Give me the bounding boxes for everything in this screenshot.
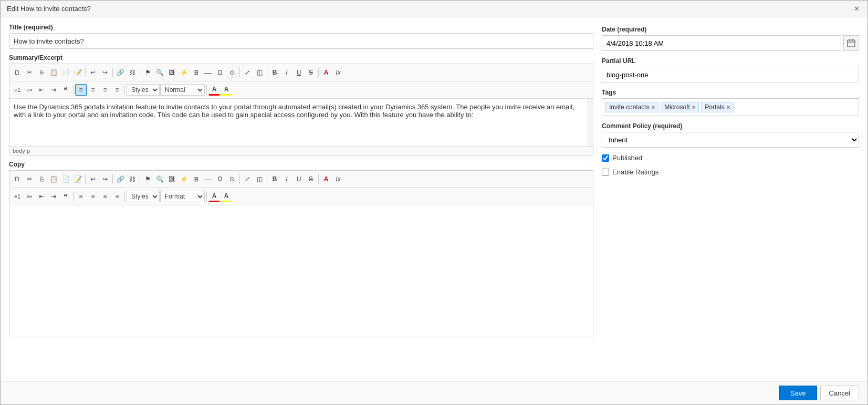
partial-url-input[interactable] bbox=[602, 67, 859, 82]
summary-link-btn[interactable]: 🔗 bbox=[114, 67, 126, 78]
copy-image-btn[interactable]: 🖼 bbox=[166, 173, 177, 185]
copy-paste-plain-btn[interactable]: 📄 bbox=[60, 173, 71, 185]
comment-policy-select[interactable]: Inherit Open Moderated Closed bbox=[602, 132, 859, 148]
summary-text-color-btn[interactable]: A bbox=[320, 67, 332, 78]
summary-new-doc-btn[interactable]: 🗋 bbox=[12, 67, 23, 78]
tag-invite-contacts[interactable]: Invite contacts × bbox=[605, 102, 658, 112]
copy-remove-format-btn[interactable]: Ix bbox=[332, 173, 344, 185]
copy-link-btn[interactable]: 🔗 bbox=[114, 173, 126, 185]
copy-bold-btn[interactable]: B bbox=[269, 173, 280, 185]
copy-highlight-btn[interactable]: A bbox=[221, 191, 232, 202]
copy-decrease-indent-btn[interactable]: ⇤ bbox=[36, 191, 47, 202]
title-input[interactable] bbox=[9, 33, 593, 49]
tag-portals[interactable]: Portals × bbox=[701, 102, 734, 112]
copy-text-color-btn[interactable]: A bbox=[320, 173, 332, 185]
summary-redo-btn[interactable]: ↪ bbox=[99, 67, 111, 78]
copy-content[interactable] bbox=[9, 205, 593, 337]
date-input[interactable] bbox=[602, 35, 841, 51]
summary-find-btn[interactable]: 🔍 bbox=[154, 67, 165, 78]
close-button[interactable]: × bbox=[852, 5, 861, 13]
copy-font-color-btn[interactable]: A bbox=[208, 191, 220, 202]
summary-align-left-btn[interactable]: ≡ bbox=[75, 84, 87, 96]
summary-underline-btn[interactable]: U bbox=[293, 67, 305, 78]
summary-align-right-btn[interactable]: ≡ bbox=[99, 84, 111, 96]
summary-ordered-list-btn[interactable]: ≡1 bbox=[12, 84, 23, 96]
copy-unlink-btn[interactable]: ⛓ bbox=[127, 173, 138, 185]
summary-maximize-btn[interactable]: ⤢ bbox=[242, 67, 253, 78]
copy-strike-btn[interactable]: S bbox=[305, 173, 317, 185]
summary-bold-btn[interactable]: B bbox=[269, 67, 280, 78]
summary-source-btn[interactable]: ◫ bbox=[254, 67, 265, 78]
summary-hrule-btn[interactable]: — bbox=[202, 67, 214, 78]
tags-container[interactable]: Invite contacts × Microsoft × Portals × bbox=[602, 98, 859, 116]
copy-increase-indent-btn[interactable]: ⇥ bbox=[48, 191, 59, 202]
copy-align-center-btn[interactable]: ≡ bbox=[87, 191, 99, 202]
copy-redo-btn[interactable]: ↪ bbox=[99, 173, 111, 185]
copy-paste-btn[interactable]: 📋 bbox=[48, 173, 59, 185]
summary-paste-btn[interactable]: 📋 bbox=[48, 67, 59, 78]
copy-iframe-btn[interactable]: ⊙ bbox=[226, 173, 238, 185]
enable-ratings-checkbox[interactable] bbox=[602, 169, 609, 176]
summary-increase-indent-btn[interactable]: ⇥ bbox=[48, 84, 59, 96]
summary-flag-btn[interactable]: ⚑ bbox=[142, 67, 153, 78]
summary-copy-btn[interactable]: ⎘ bbox=[36, 67, 47, 78]
copy-format-select[interactable]: Format Normal Heading 1 bbox=[160, 191, 205, 202]
copy-copy-btn[interactable]: ⎘ bbox=[36, 173, 47, 185]
summary-undo-btn[interactable]: ↩ bbox=[87, 67, 99, 78]
summary-styles-select[interactable]: Styles bbox=[127, 84, 160, 96]
summary-decrease-indent-btn[interactable]: ⇤ bbox=[36, 84, 47, 96]
summary-strike-btn[interactable]: S bbox=[305, 67, 317, 78]
copy-source-btn[interactable]: ◫ bbox=[254, 173, 265, 185]
summary-table-btn[interactable]: ⊞ bbox=[190, 67, 202, 78]
summary-font-color-btn[interactable]: A bbox=[208, 84, 220, 96]
enable-ratings-label[interactable]: Enable Ratings bbox=[612, 168, 658, 176]
copy-cut-btn[interactable]: ✂ bbox=[24, 173, 35, 185]
copy-align-left-btn[interactable]: ≡ bbox=[75, 191, 87, 202]
summary-paste-word-btn[interactable]: 📝 bbox=[72, 67, 83, 78]
copy-italic-btn[interactable]: I bbox=[281, 173, 292, 185]
tag-microsoft[interactable]: Microsoft × bbox=[661, 102, 699, 112]
summary-paste-plain-btn[interactable]: 📄 bbox=[60, 67, 71, 78]
summary-unordered-list-btn[interactable]: ≡• bbox=[24, 84, 35, 96]
summary-scrollbar[interactable] bbox=[588, 99, 593, 146]
copy-flag-btn[interactable]: ⚑ bbox=[142, 173, 153, 185]
copy-paste-word-btn[interactable]: 📝 bbox=[72, 173, 83, 185]
tag-portals-remove[interactable]: × bbox=[727, 104, 730, 110]
summary-highlight-btn[interactable]: A bbox=[221, 84, 232, 96]
summary-align-center-btn[interactable]: ≡ bbox=[87, 84, 99, 96]
summary-format-select[interactable]: Normal Heading 1 Heading 2 Heading 3 bbox=[160, 84, 205, 96]
summary-iframe-btn[interactable]: ⊙ bbox=[226, 67, 238, 78]
copy-align-right-btn[interactable]: ≡ bbox=[99, 191, 111, 202]
copy-hrule-btn[interactable]: — bbox=[202, 173, 214, 185]
tag-invite-contacts-remove[interactable]: × bbox=[652, 104, 655, 110]
summary-flash-btn[interactable]: ⚡ bbox=[178, 67, 190, 78]
copy-find-btn[interactable]: 🔍 bbox=[154, 173, 165, 185]
copy-table-btn[interactable]: ⊞ bbox=[190, 173, 202, 185]
save-button[interactable]: Save bbox=[779, 386, 817, 400]
copy-undo-btn[interactable]: ↩ bbox=[87, 173, 99, 185]
summary-italic-btn[interactable]: I bbox=[281, 67, 292, 78]
summary-content[interactable]: Use the Dynamics 365 portals invitation … bbox=[9, 99, 588, 146]
copy-flash-btn[interactable]: ⚡ bbox=[178, 173, 190, 185]
summary-blockquote-btn[interactable]: ❝ bbox=[60, 84, 71, 96]
cancel-button[interactable]: Cancel bbox=[820, 386, 859, 400]
summary-remove-format-btn[interactable]: Ix bbox=[332, 67, 344, 78]
summary-cut-btn[interactable]: ✂ bbox=[24, 67, 35, 78]
copy-unordered-list-btn[interactable]: ≡• bbox=[24, 191, 35, 202]
summary-special-char-btn[interactable]: Ω bbox=[214, 67, 226, 78]
copy-special-char-btn[interactable]: Ω bbox=[214, 173, 226, 185]
copy-justify-btn[interactable]: ≡ bbox=[111, 191, 123, 202]
summary-image-btn[interactable]: 🖼 bbox=[166, 67, 177, 78]
summary-justify-btn[interactable]: ≡ bbox=[111, 84, 123, 96]
calendar-button[interactable] bbox=[843, 35, 859, 51]
copy-styles-select[interactable]: Styles bbox=[127, 191, 160, 202]
published-checkbox[interactable] bbox=[602, 154, 609, 162]
copy-blockquote-btn[interactable]: ❝ bbox=[60, 191, 71, 202]
tag-microsoft-remove[interactable]: × bbox=[692, 104, 695, 110]
copy-underline-btn[interactable]: U bbox=[293, 173, 305, 185]
published-label[interactable]: Published bbox=[612, 154, 642, 162]
summary-unlink-btn[interactable]: ⛓ bbox=[127, 67, 138, 78]
copy-ordered-list-btn[interactable]: ≡1 bbox=[12, 191, 23, 202]
copy-maximize-btn[interactable]: ⤢ bbox=[242, 173, 253, 185]
copy-new-doc-btn[interactable]: 🗋 bbox=[12, 173, 23, 185]
